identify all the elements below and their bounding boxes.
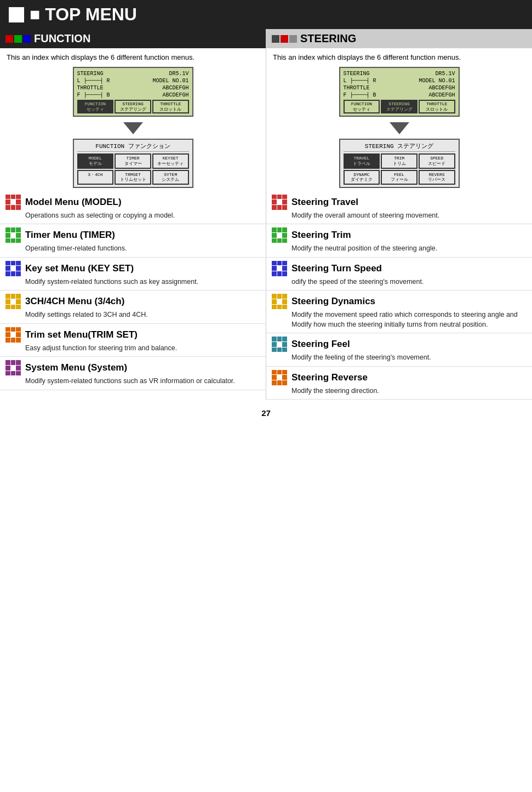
trim-icon bbox=[272, 227, 287, 243]
top-menu-title: ■ TOP MENU bbox=[30, 4, 137, 25]
sq-dark-1 bbox=[272, 35, 279, 43]
s-lcd-steering-label: STEERING bbox=[344, 70, 370, 77]
function-section-header: FUNCTION bbox=[0, 29, 266, 48]
list-item-model: Model Menu (MODEL) Operations such as se… bbox=[0, 191, 266, 225]
steering-desc: This an index which displays the 6 diffe… bbox=[266, 48, 532, 65]
down-arrow-icon bbox=[123, 122, 143, 134]
steering-sub-row-2: DYNAMCダイナミク FEELフィール REVERSリバース bbox=[344, 170, 455, 185]
s-sub-btn-travel[interactable]: TRAVELトラベル bbox=[344, 153, 380, 168]
list-item-keyset: Key set Menu (KEY SET) Modify system-rel… bbox=[0, 258, 266, 291]
feel-title: Steering Feel bbox=[291, 339, 350, 350]
lcd-row-4: F ├────┤ B ABCDEFGH bbox=[77, 92, 189, 99]
travel-icon bbox=[272, 195, 287, 210]
lcd-throttle-btn[interactable]: THROTTLEスロットル bbox=[152, 100, 189, 113]
function-column: FUNCTION This an index which displays th… bbox=[0, 29, 266, 400]
function-sub-row-2: 3・4CH TRMSETトリムセット SYTEMシステム bbox=[77, 170, 189, 185]
trim-desc: Modify the neutral position of the steer… bbox=[272, 244, 527, 254]
timer-title: Timer Menu (TIMER) bbox=[25, 230, 115, 241]
trimset-title: Trim set Menu(TRIM SET) bbox=[25, 329, 138, 340]
trimset-icon bbox=[5, 327, 21, 343]
function-header-squares bbox=[5, 35, 31, 43]
s-lcd-throttle-label: THROTTLE bbox=[344, 84, 370, 92]
model-title: Model Menu (MODEL) bbox=[25, 197, 122, 208]
lcd-row-1: STEERING DR5.1V bbox=[77, 70, 189, 77]
steering-lcd-container: STEERING DR5.1V L ├────┤ R MODEL NO.01 T… bbox=[334, 65, 465, 120]
steering-column: STEERING This an index which displays th… bbox=[266, 29, 532, 400]
lcd-steering-label: STEERING bbox=[77, 70, 104, 77]
s-sub-btn-speed[interactable]: SPEEDスピード bbox=[419, 153, 455, 168]
function-sub-row-1: MODELモデル TIMERタイマー KEYSETキーセッティ bbox=[77, 153, 189, 168]
list-item-dynamics: Steering Dynamics Modify the movement sp… bbox=[266, 290, 532, 333]
s-sub-btn-revers[interactable]: REVERSリバース bbox=[419, 170, 455, 185]
s-lcd-row-4: F ├────┤ B ABCDEFGH bbox=[344, 92, 455, 99]
keyset-icon bbox=[5, 261, 21, 276]
steering-screens-area: STEERING DR5.1V L ├────┤ R MODEL NO.01 T… bbox=[266, 65, 532, 191]
function-desc: This an index which displays the 6 diffe… bbox=[0, 48, 266, 65]
steering-header-label: STEERING bbox=[300, 32, 356, 45]
top-menu-header: ■ TOP MENU bbox=[0, 0, 532, 29]
feel-icon bbox=[272, 337, 287, 352]
3ch4ch-title: 3CH/4CH Menu (3/4ch) bbox=[25, 296, 124, 307]
s-lcd-steering-bar: L ├────┤ R bbox=[344, 77, 376, 84]
lcd-voltage: DR5.1V bbox=[169, 70, 188, 77]
list-item-3ch4ch: 3CH/4CH Menu (3/4ch) Modify settings rel… bbox=[0, 290, 266, 324]
function-sub-title: FUNCTION ファンクション bbox=[77, 142, 189, 152]
system-desc: Modify system-related functions such as … bbox=[5, 377, 260, 386]
sub-btn-trmset[interactable]: TRMSETトリムセット bbox=[115, 170, 151, 185]
sub-btn-timer[interactable]: TIMERタイマー bbox=[115, 153, 151, 168]
list-item-trimset: Trim set Menu(TRIM SET) Easy adjust func… bbox=[0, 324, 266, 357]
s-lcd-function-btn[interactable]: FUNCTIONセッティ bbox=[344, 100, 380, 113]
lcd-row-3: THROTTLE ABCDEFGH bbox=[77, 84, 189, 92]
reverse-desc: Modify the steering direction. bbox=[272, 386, 527, 396]
lcd-row-2: L ├────┤ R MODEL NO.01 bbox=[77, 77, 189, 84]
steering-sub-title: STEERING ステアリング bbox=[344, 142, 455, 152]
s-lcd-row-3: THROTTLE ABCDEFGH bbox=[344, 84, 455, 92]
lcd-abcdefgh-2: ABCDEFGH bbox=[162, 92, 188, 99]
function-menu-items: Model Menu (MODEL) Operations such as se… bbox=[0, 191, 266, 390]
lcd-btn-row: FUNCTIONセッティ STEERINGステアリング THROTTLEスロット… bbox=[77, 100, 189, 113]
sq-gray-1 bbox=[289, 35, 297, 43]
list-item-travel: Steering Travel Modify the overall amoun… bbox=[266, 191, 532, 225]
sq-blue-1 bbox=[23, 35, 31, 43]
s-lcd-abcdefgh-2: ABCDEFGH bbox=[428, 92, 455, 99]
s-lcd-btn-row: FUNCTIONセッティ STEERINGステアリング THROTTLEスロット… bbox=[344, 100, 455, 113]
function-submenu-container: FUNCTION ファンクション MODELモデル TIMERタイマー KEYS… bbox=[67, 136, 199, 191]
s-lcd-model-no: MODEL NO.01 bbox=[419, 77, 455, 84]
s-lcd-fb-bar: F ├────┤ B bbox=[344, 92, 376, 99]
s-lcd-row-2: L ├────┤ R MODEL NO.01 bbox=[344, 77, 455, 84]
trim-title: Steering Trim bbox=[291, 230, 351, 241]
s-lcd-throttle-btn[interactable]: THROTTLEスロットル bbox=[419, 100, 455, 113]
keyset-desc: Modify system-related functions such as … bbox=[5, 277, 260, 287]
s-lcd-steering-btn[interactable]: STEERINGステアリング bbox=[381, 100, 417, 113]
function-arrow bbox=[123, 120, 143, 136]
s-sub-btn-dynamc[interactable]: DYNAMCダイナミク bbox=[344, 170, 380, 185]
s-sub-btn-feel[interactable]: FEELフィール bbox=[381, 170, 417, 185]
function-sub-screen: FUNCTION ファンクション MODELモデル TIMERタイマー KEYS… bbox=[73, 139, 193, 187]
lcd-function-btn[interactable]: FUNCTIONセッティ bbox=[77, 100, 114, 113]
travel-title: Steering Travel bbox=[291, 197, 358, 208]
lcd-steering-btn[interactable]: STEERINGステアリング bbox=[115, 100, 151, 113]
sub-btn-keyset[interactable]: KEYSETキーセッティ bbox=[152, 153, 189, 168]
list-item-timer: Timer Menu (TIMER) Operating timer-relat… bbox=[0, 224, 266, 258]
list-item-turnspeed: Steering Turn Speed odify the speed of t… bbox=[266, 258, 532, 291]
turnspeed-icon bbox=[272, 261, 287, 276]
function-lcd-screen: STEERING DR5.1V L ├────┤ R MODEL NO.01 T… bbox=[73, 67, 193, 117]
dynamics-title: Steering Dynamics bbox=[291, 296, 375, 307]
sub-btn-model[interactable]: MODELモデル bbox=[77, 153, 114, 168]
model-desc: Operations such as selecting or copying … bbox=[5, 211, 260, 221]
lcd-abcdefgh-1: ABCDEFGH bbox=[162, 84, 188, 92]
s-lcd-abcdefgh-1: ABCDEFGH bbox=[428, 84, 455, 92]
3ch4ch-icon bbox=[5, 294, 21, 309]
s-lcd-row-1: STEERING DR5.1V bbox=[344, 70, 455, 77]
model-icon bbox=[5, 195, 21, 210]
timer-icon bbox=[5, 227, 21, 243]
list-item-feel: Steering Feel Modify the feeling of the … bbox=[266, 333, 532, 367]
s-sub-btn-trim[interactable]: TRIMトリム bbox=[381, 153, 417, 168]
system-title: System Menu (System) bbox=[25, 362, 127, 373]
lcd-throttle-label: THROTTLE bbox=[77, 84, 104, 92]
steering-submenu-container: STEERING ステアリング TRAVELトラベル TRIMトリム SPEED… bbox=[334, 136, 465, 191]
sub-btn-3ch4ch[interactable]: 3・4CH bbox=[77, 170, 114, 185]
s-down-arrow-icon bbox=[390, 122, 409, 134]
sub-btn-sytem[interactable]: SYTEMシステム bbox=[152, 170, 189, 185]
function-screens-area: STEERING DR5.1V L ├────┤ R MODEL NO.01 T… bbox=[0, 65, 266, 191]
